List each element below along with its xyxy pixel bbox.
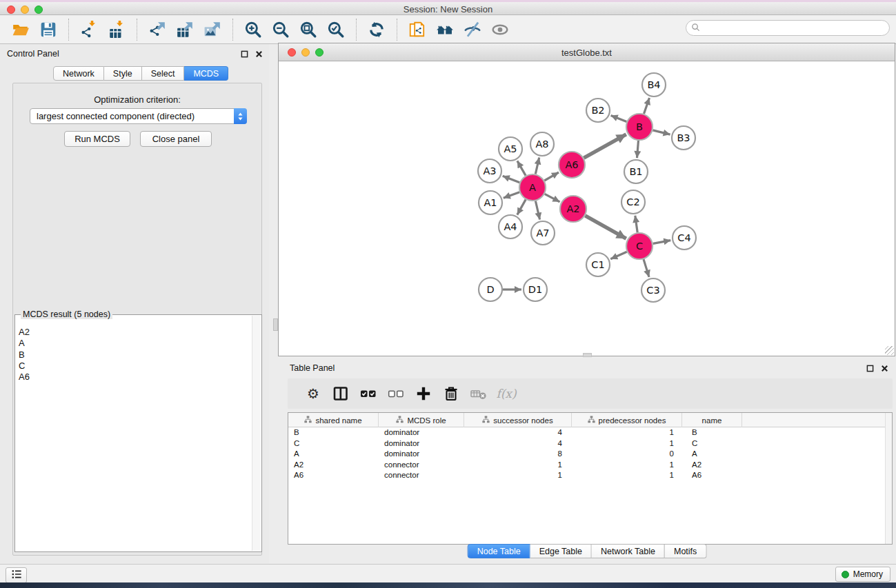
edge-C-C1[interactable] bbox=[610, 252, 627, 259]
node-A[interactable]: A bbox=[519, 174, 546, 201]
cell[interactable]: A2 bbox=[682, 460, 742, 471]
function-builder-icon[interactable]: f(x) bbox=[497, 383, 516, 404]
cell[interactable]: A6 bbox=[682, 470, 742, 481]
result-item[interactable]: C bbox=[19, 361, 30, 372]
cell[interactable]: dominator bbox=[379, 449, 464, 460]
import-table-icon[interactable] bbox=[105, 18, 128, 41]
tab-network[interactable]: Network bbox=[53, 66, 104, 81]
edge-C-C3[interactable] bbox=[644, 259, 649, 277]
open-session-file-icon[interactable] bbox=[406, 18, 429, 41]
edge-C-C2[interactable] bbox=[635, 216, 637, 232]
node-A8[interactable]: A8 bbox=[530, 132, 554, 156]
cell[interactable]: 4 bbox=[464, 438, 572, 449]
tab-motifs[interactable]: Motifs bbox=[665, 544, 706, 558]
float-panel-icon[interactable] bbox=[239, 49, 249, 59]
cell[interactable]: dominator bbox=[379, 427, 464, 438]
node-B[interactable]: B bbox=[626, 114, 653, 140]
select-all-checks-icon[interactable] bbox=[359, 383, 378, 404]
table-row[interactable]: Bdominator41B bbox=[288, 427, 892, 438]
edge-B-B1[interactable] bbox=[637, 141, 639, 158]
node-A2[interactable]: A2 bbox=[560, 196, 586, 222]
result-scrollbar[interactable] bbox=[252, 316, 261, 551]
columns-icon[interactable] bbox=[331, 383, 350, 404]
export-table-icon[interactable] bbox=[173, 18, 197, 41]
zoom-fit-icon[interactable] bbox=[297, 18, 320, 41]
add-row-icon[interactable] bbox=[414, 383, 433, 404]
cell[interactable]: C bbox=[288, 438, 379, 449]
hide-panel-eye-icon[interactable] bbox=[461, 18, 484, 41]
node-D[interactable]: D bbox=[479, 278, 502, 301]
cell[interactable]: 1 bbox=[464, 470, 572, 481]
edge-C-C4[interactable] bbox=[653, 241, 671, 244]
refresh-icon[interactable] bbox=[365, 18, 388, 41]
main-titlebar[interactable]: Session: New Session bbox=[0, 2, 896, 15]
edge-A-A2[interactable] bbox=[545, 194, 560, 202]
cell[interactable]: A bbox=[288, 449, 379, 460]
close-table-panel-icon[interactable] bbox=[879, 363, 889, 373]
tab-style[interactable]: Style bbox=[104, 66, 142, 81]
delete-table-icon[interactable] bbox=[469, 383, 488, 404]
result-item[interactable]: A6 bbox=[19, 372, 30, 383]
edge-A-A6[interactable] bbox=[544, 172, 559, 181]
node-B2[interactable]: B2 bbox=[586, 99, 610, 122]
cell[interactable]: 8 bbox=[464, 449, 572, 460]
cell[interactable]: 0 bbox=[572, 449, 682, 460]
node-table[interactable]: shared nameMCDS rolesuccessor nodesprede… bbox=[288, 412, 893, 545]
float-table-panel-icon[interactable] bbox=[865, 363, 875, 373]
tab-select[interactable]: Select bbox=[142, 66, 185, 81]
cell[interactable]: 4 bbox=[464, 427, 572, 438]
table-scrollbar[interactable] bbox=[885, 413, 892, 544]
edge-A-A1[interactable] bbox=[504, 192, 519, 198]
column-header-shared-name[interactable]: shared name bbox=[288, 413, 379, 427]
tab-network-table[interactable]: Network Table bbox=[592, 544, 665, 558]
edge-B-B2[interactable] bbox=[611, 115, 627, 121]
memory-button[interactable]: Memory bbox=[835, 567, 890, 582]
node-C1[interactable]: C1 bbox=[586, 253, 610, 276]
node-B1[interactable]: B1 bbox=[624, 160, 648, 183]
node-A4[interactable]: A4 bbox=[499, 215, 522, 239]
cell[interactable]: connector bbox=[379, 460, 464, 471]
search-input[interactable] bbox=[703, 23, 889, 33]
node-C[interactable]: C bbox=[626, 233, 653, 259]
edge-A2-C[interactable] bbox=[585, 216, 626, 239]
run-mcds-button[interactable]: Run MCDS bbox=[64, 131, 130, 147]
cell[interactable]: 1 bbox=[572, 470, 682, 481]
node-B4[interactable]: B4 bbox=[642, 73, 666, 97]
delete-row-icon[interactable] bbox=[441, 383, 461, 404]
edge-A-A4[interactable] bbox=[517, 199, 526, 214]
cell[interactable]: 1 bbox=[572, 427, 682, 438]
node-A1[interactable]: A1 bbox=[479, 191, 502, 214]
node-A3[interactable]: A3 bbox=[478, 159, 501, 183]
open-folder-icon[interactable] bbox=[9, 18, 32, 41]
node-B3[interactable]: B3 bbox=[672, 126, 695, 150]
search-box[interactable] bbox=[686, 20, 890, 36]
cell[interactable]: 1 bbox=[464, 460, 572, 471]
zoom-in-icon[interactable] bbox=[241, 18, 265, 41]
cell[interactable]: C bbox=[682, 438, 742, 449]
column-header-MCDS-role[interactable]: MCDS role bbox=[379, 413, 464, 427]
node-C4[interactable]: C4 bbox=[673, 226, 696, 250]
result-item[interactable]: B bbox=[19, 349, 30, 361]
cell[interactable]: 1 bbox=[572, 460, 682, 471]
cell[interactable]: B bbox=[288, 427, 379, 438]
export-image-icon[interactable] bbox=[201, 18, 224, 41]
edge-A-A8[interactable] bbox=[535, 158, 539, 174]
node-D1[interactable]: D1 bbox=[524, 278, 547, 301]
column-header-predecessor-nodes[interactable]: predecessor nodes bbox=[572, 413, 682, 427]
home-icon[interactable] bbox=[433, 18, 457, 41]
mcds-result-list[interactable]: A2ABCA6 bbox=[19, 327, 30, 383]
cell[interactable]: A6 bbox=[288, 470, 379, 481]
network-vertical-scroll-nub[interactable] bbox=[273, 318, 278, 331]
edge-B-B3[interactable] bbox=[653, 130, 670, 134]
result-item[interactable]: A bbox=[19, 338, 30, 349]
zoom-selected-icon[interactable] bbox=[324, 18, 348, 41]
tab-edge-table[interactable]: Edge Table bbox=[530, 544, 592, 558]
edge-B-B4[interactable] bbox=[644, 98, 650, 114]
cell[interactable]: A2 bbox=[288, 460, 379, 471]
result-item[interactable]: A2 bbox=[19, 327, 30, 338]
network-window-titlebar[interactable]: testGlobe.txt bbox=[279, 43, 895, 61]
edge-A-A5[interactable] bbox=[517, 161, 526, 175]
close-panel-icon[interactable] bbox=[254, 49, 263, 59]
edge-A6-B[interactable] bbox=[584, 134, 626, 158]
node-C3[interactable]: C3 bbox=[641, 278, 665, 302]
